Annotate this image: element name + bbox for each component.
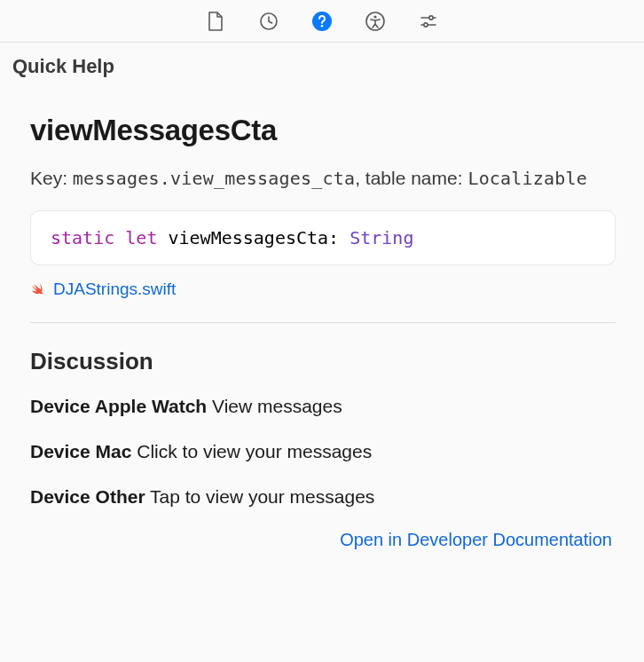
- key-value: messages.view_messages_cta: [73, 168, 355, 189]
- device-text: Click to view your messages: [137, 441, 372, 461]
- device-label: Device Mac: [30, 441, 131, 461]
- decl-identifier: viewMessagesCta: [168, 227, 328, 248]
- svg-point-8: [424, 22, 428, 26]
- symbol-summary: Key: messages.view_messages_cta, table n…: [30, 163, 616, 194]
- file-icon[interactable]: [205, 11, 226, 32]
- svg-point-4: [373, 15, 376, 18]
- device-label: Device Apple Watch: [30, 396, 207, 416]
- panel-header: Quick Help: [0, 43, 644, 78]
- swift-icon: [30, 281, 46, 297]
- discussion-item: Device Other Tap to view your messages: [30, 484, 616, 509]
- inspector-toolbar: [0, 0, 644, 43]
- decl-type: String: [349, 227, 413, 248]
- footer-link-row: Open in Developer Documentation: [30, 530, 616, 550]
- keyword-static: static: [51, 227, 114, 248]
- panel-title: Quick Help: [12, 55, 632, 78]
- discussion-item: Device Apple Watch View messages: [30, 393, 616, 419]
- adjust-icon[interactable]: [418, 11, 439, 32]
- discussion-item: Device Mac Click to view your messages: [30, 438, 616, 464]
- svg-point-6: [429, 15, 433, 19]
- decl-colon: :: [328, 227, 349, 248]
- device-text: View messages: [212, 396, 342, 416]
- source-file-link[interactable]: DJAStrings.swift: [53, 280, 176, 299]
- key-label: Key:: [30, 168, 73, 188]
- history-icon[interactable]: [258, 11, 279, 32]
- symbol-name: viewMessagesCta: [30, 114, 616, 147]
- source-file-row: DJAStrings.swift: [30, 280, 616, 299]
- device-label: Device Other: [30, 486, 145, 507]
- table-value: Localizable: [467, 168, 587, 189]
- table-label: , table name:: [355, 168, 467, 188]
- keyword-let: let: [125, 227, 157, 248]
- help-icon[interactable]: [311, 11, 333, 32]
- section-divider: [30, 322, 616, 323]
- declaration-block: static let viewMessagesCta: String: [30, 210, 616, 265]
- accessibility-icon[interactable]: [365, 11, 386, 32]
- open-developer-docs-link[interactable]: Open in Developer Documentation: [340, 530, 612, 549]
- discussion-heading: Discussion: [30, 348, 616, 375]
- quick-help-content: viewMessagesCta Key: messages.view_messa…: [0, 78, 644, 550]
- device-text: Tap to view your messages: [150, 486, 374, 507]
- svg-point-2: [321, 25, 324, 28]
